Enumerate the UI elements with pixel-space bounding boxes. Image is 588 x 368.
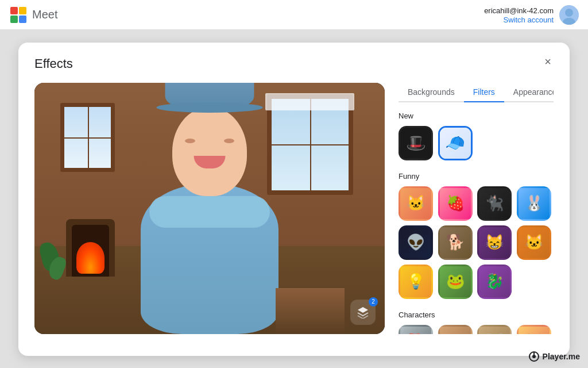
filter-alien[interactable]: 👽 bbox=[399, 225, 433, 260]
svg-rect-1 bbox=[19, 7, 26, 14]
filter-dark-hat[interactable]: 🎩 bbox=[399, 126, 433, 160]
close-button[interactable]: × bbox=[539, 53, 557, 71]
room-scene bbox=[34, 83, 385, 334]
window-left bbox=[60, 103, 115, 172]
filter-cat[interactable]: 🐱 bbox=[399, 186, 433, 221]
desk bbox=[276, 288, 345, 334]
video-preview: 2 bbox=[34, 83, 385, 334]
playerdotme-icon bbox=[528, 351, 540, 362]
dark-hat-bg: 🎩 bbox=[400, 128, 431, 159]
section-funny-title: Funny bbox=[399, 172, 551, 181]
tab-filters[interactable]: Filters bbox=[464, 83, 504, 102]
filter-char1[interactable]: 👺 bbox=[399, 325, 433, 334]
layers-count: 2 bbox=[369, 297, 378, 306]
avatar[interactable] bbox=[559, 5, 579, 25]
section-new-title: New bbox=[399, 112, 551, 120]
tab-appearance[interactable]: Appearance bbox=[504, 83, 554, 102]
filter-frog[interactable]: 🐸 bbox=[438, 264, 473, 299]
wizard-icon: 🧢 bbox=[445, 133, 465, 152]
fireplace bbox=[66, 219, 115, 277]
person bbox=[129, 83, 290, 334]
meet-logo-icon bbox=[9, 6, 28, 24]
section-funny: Funny 🐱 🍓 🐈‍⬛ 🐰 👽 🐕 😸 🐱 💡 🐸 bbox=[399, 172, 551, 299]
logo-area: Meet bbox=[9, 6, 57, 24]
filter-strawberry[interactable]: 🍓 bbox=[438, 186, 473, 221]
filter-rabbit[interactable]: 🐰 bbox=[517, 186, 551, 221]
hat bbox=[157, 83, 263, 113]
new-filter-grid: 🎩 🧢 bbox=[399, 126, 551, 160]
filter-char4[interactable]: 🐻 bbox=[517, 325, 551, 334]
svg-rect-0 bbox=[10, 7, 18, 14]
section-new: New 🎩 🧢 bbox=[399, 112, 551, 160]
layers-badge[interactable]: 2 bbox=[350, 300, 376, 325]
top-bar: Meet ericahill@ink-42.com Switch account bbox=[0, 0, 588, 30]
filter-char2[interactable]: 🦊 bbox=[438, 325, 473, 334]
svg-rect-3 bbox=[19, 16, 26, 23]
app-name: Meet bbox=[32, 8, 57, 21]
effects-modal: Effects × bbox=[18, 43, 570, 356]
svg-point-8 bbox=[532, 355, 536, 358]
user-area: ericahill@ink-42.com Switch account bbox=[484, 5, 579, 25]
filter-purple-cat[interactable]: 😸 bbox=[477, 225, 512, 260]
modal-content: 2 Backgrounds Filters Appearance New bbox=[34, 83, 554, 334]
filter-dragon[interactable]: 🐉 bbox=[477, 264, 512, 299]
svg-point-5 bbox=[565, 9, 573, 17]
plant bbox=[41, 242, 64, 279]
tab-backgrounds[interactable]: Backgrounds bbox=[399, 83, 464, 102]
section-characters-title: Characters bbox=[399, 310, 551, 319]
filter-orange-cat[interactable]: 🐱 bbox=[517, 225, 551, 260]
layers-icon bbox=[357, 306, 369, 319]
modal-backdrop: Effects × bbox=[0, 30, 588, 368]
filter-char3[interactable]: 🐺 bbox=[477, 325, 512, 334]
user-email: ericahill@ink-42.com bbox=[484, 6, 554, 15]
svg-rect-2 bbox=[10, 16, 18, 23]
dark-hat-icon: 🎩 bbox=[406, 133, 426, 152]
modal-title: Effects bbox=[34, 56, 554, 71]
filter-dog[interactable]: 🐕 bbox=[438, 225, 473, 260]
funny-filter-grid: 🐱 🍓 🐈‍⬛ 🐰 👽 🐕 😸 🐱 💡 🐸 🐉 bbox=[399, 186, 551, 299]
watermark: Player.me bbox=[528, 351, 580, 362]
tabs: Backgrounds Filters Appearance bbox=[399, 83, 554, 102]
filter-bulb[interactable]: 💡 bbox=[399, 264, 433, 299]
watermark-text: Player.me bbox=[543, 352, 580, 361]
switch-account-link[interactable]: Switch account bbox=[484, 16, 554, 24]
right-panel: Backgrounds Filters Appearance New 🎩 bbox=[399, 83, 554, 334]
filter-black-cat[interactable]: 🐈‍⬛ bbox=[477, 186, 512, 221]
user-info: ericahill@ink-42.com Switch account bbox=[484, 5, 554, 24]
section-characters: Characters 👺 🦊 🐺 🐻 bbox=[399, 310, 551, 334]
characters-filter-grid: 👺 🦊 🐺 🐻 bbox=[399, 325, 551, 334]
effects-scroll[interactable]: New 🎩 🧢 bbox=[399, 112, 554, 334]
wizard-bg: 🧢 bbox=[440, 128, 471, 159]
filter-wizard[interactable]: 🧢 bbox=[438, 126, 473, 160]
